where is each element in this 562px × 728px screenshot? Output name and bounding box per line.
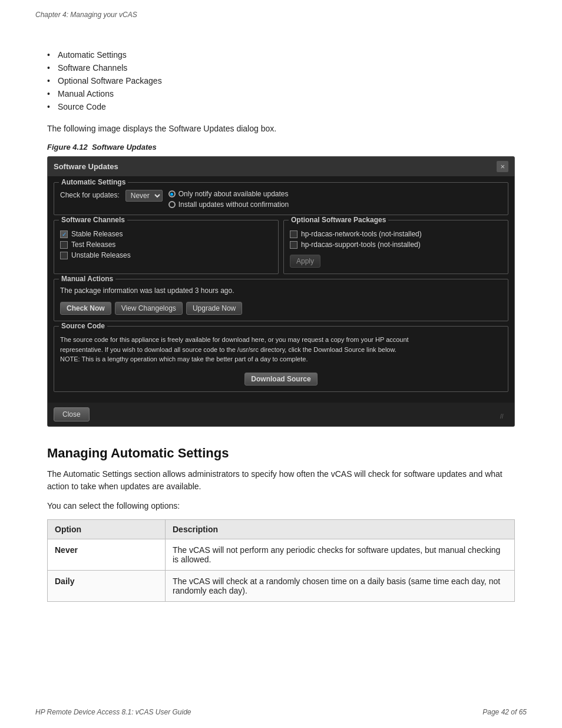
optional-packages-section: Optional Software Packages hp-rdacas-net… bbox=[283, 220, 508, 274]
table-row: Never The vCAS will not perform any peri… bbox=[48, 539, 515, 570]
automatic-settings-legend: Automatic Settings bbox=[59, 178, 128, 186]
manual-btn-row: Check Now View Changelogs Upgrade Now bbox=[60, 298, 502, 315]
pkg-support-checkbox[interactable] bbox=[290, 241, 297, 249]
apply-button[interactable]: Apply bbox=[290, 255, 320, 268]
pkg-network-row: hp-rdacas-network-tools (not-installed) bbox=[290, 230, 502, 238]
software-channels-legend: Software Channels bbox=[59, 216, 127, 224]
chapter-header: Chapter 4: Managing your vCAS bbox=[0, 0, 562, 19]
radio-install-icon[interactable] bbox=[168, 201, 176, 208]
radio-row-notify: Only notify about available updates bbox=[168, 190, 289, 198]
channel-test-label: Test Releases bbox=[71, 241, 115, 249]
list-item: Automatic Settings bbox=[47, 48, 515, 61]
check-now-button[interactable]: Check Now bbox=[60, 302, 111, 315]
topic-list: Automatic Settings Software Channels Opt… bbox=[47, 48, 515, 113]
footer-right: Page 42 of 65 bbox=[482, 708, 527, 716]
close-button[interactable]: Close bbox=[54, 407, 90, 421]
manual-actions-legend: Manual Actions bbox=[59, 275, 115, 283]
option-daily: Daily bbox=[48, 570, 166, 601]
automatic-settings-section: Automatic Settings Check for updates: Ne… bbox=[54, 182, 508, 215]
last-updated-text: The package information was last updated… bbox=[60, 286, 502, 295]
radio-row-install: Install updates without confirmation bbox=[168, 200, 289, 209]
optional-packages-legend: Optional Software Packages bbox=[289, 216, 388, 224]
intro-paragraph: The following image displays the Softwar… bbox=[47, 124, 515, 133]
body-para-1: The Automatic Settings section allows ad… bbox=[47, 468, 515, 493]
desc-never: The vCAS will not perform any periodic c… bbox=[166, 539, 515, 570]
resize-handle: // bbox=[500, 413, 506, 419]
manual-actions-section: Manual Actions The package information w… bbox=[54, 279, 508, 321]
source-code-text: The source code for this appliance is fr… bbox=[60, 335, 502, 364]
table-header-option: Option bbox=[48, 519, 166, 539]
desc-daily: The vCAS will check at a randomly chosen… bbox=[166, 570, 515, 601]
footer-left: HP Remote Device Access 8.1: vCAS User G… bbox=[35, 708, 191, 716]
body-para-2: You can select the following options: bbox=[47, 500, 515, 512]
dialog-screenshot: Software Updates × Automatic Settings Ch… bbox=[47, 156, 515, 427]
pkg-network-checkbox[interactable] bbox=[290, 230, 297, 238]
table-row: Daily The vCAS will check at a randomly … bbox=[48, 570, 515, 601]
radio-group: Only notify about available updates Inst… bbox=[168, 190, 289, 209]
figure-number: Figure 4.12 bbox=[47, 143, 88, 151]
source-code-section: Source Code The source code for this app… bbox=[54, 326, 508, 392]
check-updates-label: Check for updates: bbox=[60, 191, 120, 199]
dialog-close-button[interactable]: × bbox=[497, 161, 508, 172]
channel-unstable-checkbox[interactable] bbox=[60, 252, 68, 259]
view-changelogs-button[interactable]: View Changelogs bbox=[115, 302, 183, 315]
channel-stable-label: Stable Releases bbox=[71, 230, 123, 238]
dialog-titlebar: Software Updates × bbox=[48, 157, 514, 176]
table-header-description: Description bbox=[166, 519, 515, 539]
dialog-body: Automatic Settings Check for updates: Ne… bbox=[48, 176, 514, 403]
channel-stable-row: Stable Releases bbox=[60, 230, 272, 238]
radio-install-label: Install updates without confirmation bbox=[178, 200, 289, 209]
list-item: Source Code bbox=[47, 100, 515, 113]
list-item: Manual Actions bbox=[47, 87, 515, 100]
auto-settings-row: Check for updates: Never Only notify abo… bbox=[60, 190, 502, 209]
two-col-section: Software Channels Stable Releases Test R… bbox=[54, 220, 508, 274]
list-item: Software Channels bbox=[47, 61, 515, 74]
pkg-support-row: hp-rdacas-support-tools (not-installed) bbox=[290, 241, 502, 249]
pkg-network-label: hp-rdacas-network-tools (not-installed) bbox=[301, 230, 422, 238]
channel-stable-checkbox[interactable] bbox=[60, 230, 68, 238]
software-channels-section: Software Channels Stable Releases Test R… bbox=[54, 220, 279, 274]
options-table: Option Description Never The vCAS will n… bbox=[47, 519, 515, 602]
channel-unstable-row: Unstable Releases bbox=[60, 251, 272, 259]
option-never: Never bbox=[48, 539, 166, 570]
source-code-legend: Source Code bbox=[59, 322, 107, 330]
pkg-support-label: hp-rdacas-support-tools (not-installed) bbox=[301, 241, 421, 249]
dialog-title: Software Updates bbox=[54, 162, 118, 171]
list-item: Optional Software Packages bbox=[47, 74, 515, 87]
channel-unstable-label: Unstable Releases bbox=[71, 251, 131, 259]
radio-notify-label: Only notify about available updates bbox=[178, 190, 289, 198]
radio-notify-icon[interactable] bbox=[168, 190, 176, 197]
section-heading: Managing Automatic Settings bbox=[47, 446, 515, 461]
check-updates-select[interactable]: Never bbox=[125, 190, 163, 202]
download-source-button[interactable]: Download Source bbox=[244, 373, 317, 386]
channel-test-checkbox[interactable] bbox=[60, 241, 68, 249]
page-footer: HP Remote Device Access 8.1: vCAS User G… bbox=[0, 708, 562, 716]
upgrade-now-button[interactable]: Upgrade Now bbox=[186, 302, 242, 315]
channel-test-row: Test Releases bbox=[60, 241, 272, 249]
dialog-footer: Close // bbox=[48, 403, 514, 426]
figure-title: Software Updates bbox=[92, 143, 157, 151]
figure-caption: Figure 4.12 Software Updates bbox=[47, 143, 515, 151]
